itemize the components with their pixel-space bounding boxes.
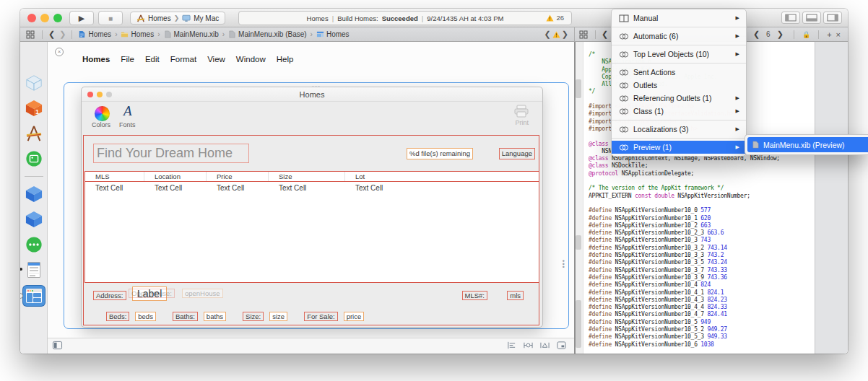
listings-table[interactable]: MLSLocationPriceSizeLot Text CellText Ce… xyxy=(84,171,539,283)
toggle-debug-area-button[interactable] xyxy=(802,12,821,24)
menu-dots-icon[interactable] xyxy=(25,235,43,254)
document-outline-toggle-icon[interactable] xyxy=(52,340,63,353)
breadcrumb-item-homes-4[interactable]: Homes xyxy=(316,30,350,38)
previous-issue-icon[interactable]: ❮ xyxy=(544,30,551,39)
add-assistant-editor-button[interactable]: + xyxy=(827,30,831,39)
next-counterpart-button[interactable]: ❯ xyxy=(777,30,784,39)
field-label[interactable]: For Sale: xyxy=(304,312,338,321)
field-label[interactable]: Size: xyxy=(243,312,264,321)
mls-number-label[interactable]: MLS#: xyxy=(462,291,487,300)
breadcrumb-item-homes-0[interactable]: Homes xyxy=(78,30,111,38)
menu-item-manual[interactable]: Manual▶ xyxy=(612,12,746,25)
run-button[interactable]: ▶ xyxy=(69,11,94,25)
close-button[interactable] xyxy=(27,14,36,22)
field-value[interactable]: baths xyxy=(204,312,226,321)
design-window-titlebar[interactable]: Homes xyxy=(82,87,542,102)
menu-item-referencing-outlets-1[interactable]: Referencing Outlets (1)▶ xyxy=(612,92,746,105)
related-items-icon[interactable] xyxy=(579,30,588,39)
scheme-selector[interactable]: Homes ❯ My Mac xyxy=(130,12,225,25)
field-value[interactable]: beds xyxy=(135,312,156,321)
table-cell-0[interactable]: Text Cell xyxy=(85,184,144,192)
pin-icon[interactable] xyxy=(523,340,534,353)
lock-icon[interactable]: 🔒 xyxy=(802,31,810,38)
breadcrumb-item-mainmenu-xib-base-3[interactable]: MainMenu.xib (Base) xyxy=(228,30,306,38)
files-remaining-label[interactable]: %d file(s) remaining xyxy=(407,148,473,159)
resize-handle-right[interactable]: ••• xyxy=(560,260,567,268)
menu-item-localizations-3[interactable]: Localizations (3)▶ xyxy=(612,123,746,136)
submenu-item-mainmenu-xib-preview[interactable]: MainMenu.xib (Preview) xyxy=(747,137,868,152)
table-cell-4[interactable]: Text Cell xyxy=(345,184,539,192)
ib-canvas[interactable]: × HomesFileEditFormatViewWindowHelp ••• … xyxy=(48,42,574,338)
table-body[interactable]: Text CellText CellText CellText CellText… xyxy=(84,182,539,283)
language-button[interactable]: Language xyxy=(499,148,535,159)
application-icon[interactable] xyxy=(25,124,43,143)
back-button[interactable]: ❮ xyxy=(602,30,608,39)
colors-toolbar-icon[interactable] xyxy=(95,106,110,121)
column-header-location[interactable]: Location xyxy=(144,172,207,181)
table-cell-1[interactable]: Text Cell xyxy=(144,184,207,192)
align-icon[interactable] xyxy=(506,340,517,353)
object-1-icon[interactable] xyxy=(25,185,43,203)
menu-item-top-level-objects-10[interactable]: Top Level Objects (10)▶ xyxy=(612,48,746,61)
back-button[interactable]: ❮ xyxy=(48,30,55,39)
open-house-row[interactable]: Open House: openHouse xyxy=(129,289,223,298)
menu-item-automatic-6[interactable]: Automatic (6)▶ xyxy=(612,30,746,43)
media-icon[interactable] xyxy=(25,149,43,168)
column-header-mls[interactable]: MLS xyxy=(85,172,144,181)
table-cell-2[interactable]: Text Cell xyxy=(207,184,269,192)
menu-item-sent-actions[interactable]: Sent Actions xyxy=(612,66,746,79)
previous-counterpart-button[interactable]: ❮ xyxy=(753,30,760,39)
files-owner-icon[interactable] xyxy=(25,74,43,92)
field-label[interactable]: Beds: xyxy=(106,312,129,321)
breadcrumb-item-mainmenu-xib-2[interactable]: MainMenu.xib xyxy=(164,30,219,38)
field-value[interactable]: size xyxy=(269,312,287,321)
menu-icon[interactable] xyxy=(25,260,43,279)
warning-count-badge[interactable]: 26 xyxy=(546,14,564,22)
related-items-icon[interactable] xyxy=(26,30,35,39)
breadcrumb-item-homes-1[interactable]: Homes xyxy=(121,30,154,38)
menubar-item-homes[interactable]: Homes xyxy=(82,55,110,64)
minimize-button[interactable] xyxy=(40,14,49,22)
menubar-item-edit[interactable]: Edit xyxy=(145,55,160,64)
menu-item-class-1[interactable]: Class (1)▶ xyxy=(612,105,746,118)
close-assistant-editor-button[interactable]: × xyxy=(836,30,841,39)
next-issue-icon[interactable]: ❯ xyxy=(562,30,568,39)
field-label[interactable]: Baths: xyxy=(173,312,198,321)
issue-stepper[interactable]: ❮ ❯ xyxy=(544,30,568,39)
counterparts-icon xyxy=(619,51,629,58)
dock-separator xyxy=(25,176,43,177)
code-line: #define NSAppKitVersionNumber10_4_3 824.… xyxy=(589,297,815,304)
toggle-navigator-button[interactable] xyxy=(781,12,800,24)
address-label[interactable]: Address: xyxy=(93,291,126,300)
fonts-toolbar-icon[interactable]: A xyxy=(123,103,132,119)
table-row[interactable]: Text CellText CellText CellText CellText… xyxy=(85,182,539,192)
change-bar xyxy=(576,79,581,98)
collapse-outline-icon[interactable]: × xyxy=(55,48,64,56)
window-selected-icon[interactable] xyxy=(23,286,45,306)
headline-label[interactable]: Find Your Dream Home xyxy=(93,144,249,163)
menubar-item-format[interactable]: Format xyxy=(170,55,196,64)
pane-divider[interactable] xyxy=(574,42,576,354)
print-toolbar-icon[interactable] xyxy=(513,105,529,121)
resizing-behavior-icon[interactable] xyxy=(556,340,567,353)
resolve-auto-layout-icon[interactable] xyxy=(539,340,550,353)
field-value[interactable]: price xyxy=(344,312,365,321)
object-2-icon[interactable] xyxy=(25,210,43,229)
stop-button[interactable]: ■ xyxy=(98,11,123,25)
first-responder-icon[interactable]: 1 xyxy=(25,99,43,118)
table-cell-3[interactable]: Text Cell xyxy=(269,184,345,192)
toggle-utilities-button[interactable] xyxy=(823,12,842,24)
menubar-item-help[interactable]: Help xyxy=(277,55,294,64)
menubar-item-window[interactable]: Window xyxy=(236,55,266,64)
menu-item-outlets[interactable]: Outlets xyxy=(612,79,746,92)
column-header-size[interactable]: Size xyxy=(269,172,345,181)
menubar-item-file[interactable]: File xyxy=(121,55,134,64)
forward-button[interactable]: ❯ xyxy=(59,30,66,39)
menubar-item-view[interactable]: View xyxy=(207,55,225,64)
mls-value-field[interactable]: mls xyxy=(507,291,524,300)
column-header-lot[interactable]: Lot xyxy=(345,172,539,181)
zoom-button[interactable] xyxy=(53,14,62,22)
colors-label: Colors xyxy=(92,121,110,128)
column-header-price[interactable]: Price xyxy=(207,172,269,181)
menu-item-preview-1[interactable]: Preview (1)▶ xyxy=(612,141,746,154)
